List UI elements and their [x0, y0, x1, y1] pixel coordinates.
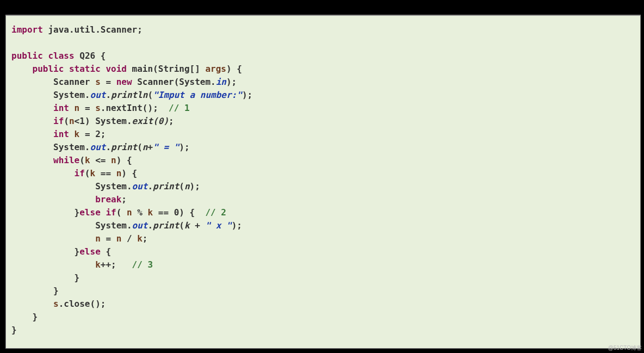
- comment: // 1: [169, 103, 190, 113]
- eq: =: [101, 77, 116, 87]
- paren-open: (: [179, 181, 184, 191]
- rest: = 2;: [79, 129, 106, 139]
- call-println: println: [111, 90, 147, 100]
- le: <=: [90, 155, 112, 165]
- div: /: [121, 233, 137, 244]
- inc: ++;: [101, 259, 132, 270]
- sp: [69, 129, 75, 139]
- kw-if: if: [106, 207, 116, 218]
- call-nextint: .nextInt();: [101, 103, 169, 113]
- type-scanner: Scanner: [53, 77, 95, 87]
- sp: [69, 103, 75, 113]
- open-brace: {: [101, 246, 111, 257]
- call-exit: exit: [132, 116, 153, 126]
- paren-close: );: [242, 90, 252, 100]
- dot: .: [106, 90, 111, 100]
- var-k: k: [85, 155, 90, 165]
- semi: ;: [143, 233, 148, 244]
- sig-open: (String[]: [153, 64, 205, 74]
- paren-open: (: [147, 90, 153, 100]
- paren-open: (: [116, 207, 127, 218]
- code-block: import java.util.Scanner; public class Q…: [6, 16, 640, 342]
- paren-close: );: [232, 220, 242, 231]
- system: System.: [95, 181, 132, 191]
- system: System.: [95, 220, 132, 231]
- var-n: n: [116, 168, 122, 178]
- string: " = ": [153, 142, 179, 152]
- ctor: Scanner(System.: [132, 77, 216, 87]
- close-brace: }: [75, 246, 80, 257]
- kw-break: break: [95, 194, 121, 205]
- method-main: main: [132, 64, 153, 74]
- kw-public: public: [33, 64, 64, 74]
- var-k: k: [90, 168, 96, 178]
- var-k: k: [137, 233, 143, 244]
- cond: <1) System.: [75, 116, 132, 126]
- kw-static: static: [69, 64, 101, 74]
- semi: ;: [169, 116, 174, 126]
- var-k: k: [147, 207, 153, 218]
- call-print: print: [153, 181, 179, 191]
- close-brace: }: [33, 312, 38, 322]
- paren-open: (: [85, 168, 90, 178]
- close-brace: }: [11, 325, 17, 335]
- dot: .: [106, 142, 111, 152]
- var-n: n: [111, 155, 116, 165]
- paren-open: (: [79, 155, 85, 165]
- kw-new: new: [116, 77, 132, 87]
- arg-args: args: [205, 64, 226, 74]
- comment: // 3: [132, 259, 153, 270]
- sp: [101, 207, 106, 218]
- kw-public: public: [11, 51, 43, 61]
- system: System.: [53, 90, 90, 100]
- system: System.: [53, 142, 90, 152]
- kw-void: void: [106, 64, 127, 74]
- kw-if: if: [75, 168, 85, 178]
- kw-import: import: [11, 24, 43, 35]
- close: ) {: [121, 168, 137, 178]
- kw-else: else: [79, 207, 101, 218]
- kw-while: while: [53, 155, 79, 165]
- field-out: out: [90, 142, 106, 152]
- dot: .: [147, 181, 153, 191]
- paren-open: (: [137, 142, 143, 152]
- exit-args: (0): [153, 116, 169, 126]
- eq: =: [79, 103, 95, 113]
- var-k: k: [75, 129, 80, 139]
- field-out: out: [90, 90, 106, 100]
- paren-close: );: [179, 142, 189, 152]
- var-n: n: [143, 142, 148, 152]
- var-n: n: [95, 233, 101, 244]
- eq: =: [101, 233, 116, 244]
- string: "Imput a number:": [153, 90, 242, 100]
- var-n: n: [127, 207, 132, 218]
- kw-else: else: [79, 246, 101, 257]
- close-brace: }: [75, 273, 80, 283]
- var-n: n: [116, 233, 122, 244]
- var-n: n: [184, 181, 190, 191]
- var-k: k: [95, 259, 101, 270]
- close: ) {: [116, 155, 132, 165]
- call-close: .close();: [59, 299, 106, 309]
- kw-if: if: [53, 116, 64, 126]
- plus: +: [148, 142, 153, 152]
- paren-close: );: [226, 77, 237, 87]
- close-brace: }: [75, 207, 80, 218]
- var-n: n: [69, 116, 75, 126]
- kw-class: class: [48, 51, 74, 61]
- kw-int: int: [53, 103, 69, 113]
- kw-int: int: [53, 129, 69, 139]
- dot: .: [147, 220, 153, 231]
- class-name: Q26: [79, 51, 95, 61]
- eq0: == 0) {: [153, 207, 205, 218]
- paren-open: (: [179, 220, 184, 231]
- var-s: s: [95, 77, 101, 87]
- var-n: n: [75, 103, 80, 113]
- eq: ==: [95, 168, 116, 178]
- call-print: print: [153, 220, 179, 231]
- code-viewer: import java.util.Scanner; public class Q…: [5, 15, 641, 349]
- mod: %: [132, 207, 148, 218]
- sig-close: ): [226, 64, 232, 74]
- field-out: out: [132, 181, 148, 191]
- watermark: @51CTO博客: [608, 344, 642, 352]
